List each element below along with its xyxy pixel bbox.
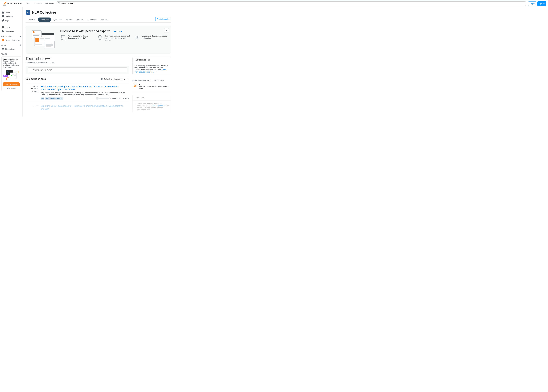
create-team-button[interactable]: Create a free Team (3, 82, 20, 86)
svg-text:stack: stack (7, 2, 12, 5)
tab-bulletins[interactable]: Bulletins (75, 18, 85, 22)
svg-rect-3 (4, 5, 5, 5)
nav-users[interactable]: Users (0, 25, 22, 29)
star-burst-icon (2, 39, 4, 41)
svg-rect-37 (36, 43, 44, 43)
nav-tags-label: Tags (5, 20, 9, 22)
guideline-item: Discussions must be related to NLP in so… (137, 103, 169, 111)
post-title-link[interactable]: Reinforcement learning from human feedba… (41, 85, 129, 91)
svg-rect-20 (11, 77, 16, 78)
topbar: stack overflow About Products For Teams … (0, 0, 548, 7)
post-title-link[interactable]: Exploring vector databases for Retrieval… (41, 105, 129, 111)
svg-point-30 (33, 31, 35, 33)
tab-articles[interactable]: Articles (64, 18, 74, 22)
chat-bubble-icon (2, 15, 4, 18)
tab-collections[interactable]: Collections (86, 18, 99, 22)
nav-home[interactable]: Home (0, 10, 22, 14)
tabs-row: Overview Discussions Questions Articles … (26, 17, 171, 23)
svg-rect-31 (33, 34, 40, 35)
post-timestamp: created Aug 21 at 13:59 (112, 98, 129, 99)
user-avatar[interactable] (96, 97, 99, 99)
signup-button[interactable]: Sign up (537, 1, 546, 6)
nav-discussions[interactable]: Discussions (0, 47, 22, 51)
collective-badge: NLP (26, 10, 30, 15)
full-guidelines-link[interactable]: the full guidelines (153, 105, 166, 107)
svg-rect-16 (10, 73, 16, 79)
logo[interactable]: stack overflow (2, 0, 25, 7)
page-header: NLP NLP Collective (26, 10, 171, 15)
start-discussion-button[interactable]: Start discussion (155, 17, 171, 21)
topnav-about[interactable]: About (25, 2, 33, 6)
post-user-meta: 1 created Aug 21 at 13:59 (96, 97, 129, 99)
user-name[interactable] (99, 98, 109, 99)
nav-users-label: Users (5, 26, 10, 28)
left-sidebar: Home Questions Tags Users Companies Coll… (0, 7, 23, 117)
activity-number: 7 (139, 82, 171, 85)
teams-illustration: >_ ? Free (3, 70, 20, 81)
svg-rect-41 (46, 44, 53, 45)
banner-close-button[interactable] (164, 28, 169, 33)
activity-sub: (last 24 hours) (153, 79, 164, 81)
discussions-header: Discussions LABS Browse discussion posts… (26, 57, 129, 63)
list-controls: 22 discussion posts i Sorted by: Highest… (26, 77, 129, 81)
tag[interactable]: reinforcement-learning (45, 97, 63, 100)
compose-box (26, 66, 129, 74)
tab-discussions[interactable]: Discussions (38, 18, 51, 22)
svg-rect-4 (4, 4, 5, 4)
nav-companies-label: Companies (5, 30, 14, 32)
banner-learn-more-link[interactable]: Learn more (113, 30, 122, 32)
nlp-discussions-card: NLP discussions Got a burning question a… (132, 57, 171, 75)
svg-rect-38 (36, 44, 42, 44)
collective-tabs: Overview Discussions Questions Articles … (26, 18, 155, 22)
svg-rect-42 (46, 45, 53, 46)
login-button[interactable]: Log in (528, 1, 536, 6)
activity-description: NLP discussion posts, replies, edits, an… (139, 85, 171, 90)
svg-rect-35 (40, 38, 44, 39)
post-excerpt: Why is there only a single Reinforcement… (41, 92, 129, 96)
svg-text:?: ? (10, 71, 11, 72)
nav-explore-collectives[interactable]: Explore Collectives (0, 38, 22, 42)
search-icon (58, 2, 60, 5)
discussion-post: 3 votes 196 views 6 replies Reinforcemen… (26, 83, 129, 102)
info-icon[interactable]: i (101, 78, 103, 80)
nav-heading-teams: Teams (0, 51, 22, 56)
people-icon (60, 35, 66, 41)
topnav-for-teams[interactable]: For Teams (43, 2, 55, 6)
speech-icon (2, 48, 4, 50)
svg-rect-7 (5, 2, 6, 3)
nav-discussions-label: Discussions (5, 48, 14, 50)
plus-icon[interactable] (20, 35, 22, 37)
feature-2: Share your insights, advice and experien… (97, 35, 131, 41)
discussion-post: 3 votes Exploring vector databases for R… (26, 102, 129, 113)
why-teams-link[interactable]: Why Teams? (3, 88, 20, 89)
tab-questions[interactable]: Questions (52, 18, 64, 22)
svg-text:i: i (20, 45, 21, 46)
topnav-products[interactable]: Products (33, 2, 43, 6)
svg-rect-36 (40, 40, 44, 40)
info-icon[interactable]: i (20, 44, 22, 46)
users-icon (2, 26, 4, 28)
nav-questions-label: Questions (5, 15, 13, 18)
compose-input[interactable] (28, 67, 127, 72)
svg-rect-19 (11, 77, 16, 77)
teams-card: Stack Overflow for Teams – Start collabo… (1, 56, 22, 91)
tag[interactable]: nlp (41, 97, 44, 100)
svg-rect-43 (46, 46, 51, 47)
guidelines-header: Guidelines (133, 95, 171, 101)
post-stats: 3 votes (26, 105, 38, 111)
nav-companies[interactable]: Companies (0, 29, 22, 33)
sort-select[interactable]: Highest score (113, 77, 129, 81)
search-input[interactable] (57, 1, 526, 6)
close-icon (166, 29, 167, 31)
svg-rect-44 (61, 35, 65, 38)
svg-rect-18 (14, 75, 16, 76)
svg-point-53 (133, 85, 134, 86)
nav-questions[interactable]: Questions (0, 14, 22, 19)
tab-members[interactable]: Members (99, 18, 110, 22)
tab-overview[interactable]: Overview (26, 18, 37, 22)
svg-rect-24 (7, 77, 9, 80)
nav-tags[interactable]: Tags (0, 19, 22, 23)
svg-point-55 (136, 85, 137, 86)
quotes-icon (134, 35, 140, 41)
banner-title: Discuss NLP with peers and experts (60, 29, 110, 33)
